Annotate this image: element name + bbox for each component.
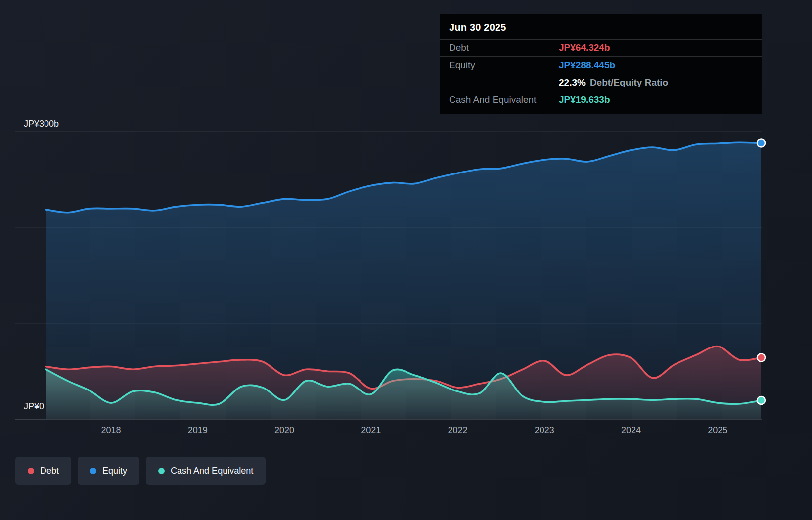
- legend: DebtEquityCash And Equivalent: [15, 457, 266, 485]
- tooltip-ratio-row: 22.3% Debt/Equity Ratio: [440, 74, 762, 91]
- tooltip-date: Jun 30 2025: [440, 14, 762, 39]
- tooltip-debt-row: Debt JP¥64.324b: [440, 39, 762, 56]
- tooltip-ratio-value: 22.3%: [559, 77, 586, 88]
- legend-label-equity: Equity: [102, 466, 127, 476]
- equity-end-marker[interactable]: [757, 139, 765, 147]
- tooltip-cash-label: Cash And Equivalent: [449, 94, 559, 105]
- legend-label-cash: Cash And Equivalent: [171, 466, 253, 476]
- tooltip-cash-value: JP¥19.633b: [559, 94, 610, 105]
- y-axis-label-max: JP¥300b: [24, 119, 59, 129]
- legend-item-cash[interactable]: Cash And Equivalent: [146, 457, 266, 485]
- tooltip-cash-row: Cash And Equivalent JP¥19.633b: [440, 91, 762, 108]
- debt-equity-chart-page: JP¥300b JP¥0 201820192020202120222023202…: [0, 0, 812, 520]
- legend-label-debt: Debt: [40, 466, 59, 476]
- tooltip-equity-value: JP¥288.445b: [559, 60, 615, 71]
- legend-dot-cash: [158, 468, 165, 474]
- y-axis-label-min: JP¥0: [24, 401, 44, 412]
- tooltip-debt-value: JP¥64.324b: [559, 43, 610, 53]
- legend-item-equity[interactable]: Equity: [78, 457, 139, 485]
- legend-dot-debt: [28, 468, 34, 474]
- tooltip: Jun 30 2025 Debt JP¥64.324b Equity JP¥28…: [440, 14, 762, 114]
- debt-end-marker[interactable]: [757, 353, 765, 361]
- cash-end-marker[interactable]: [757, 396, 765, 404]
- tooltip-equity-row: Equity JP¥288.445b: [440, 56, 762, 74]
- tooltip-ratio-label: Debt/Equity Ratio: [590, 77, 668, 88]
- legend-item-debt[interactable]: Debt: [15, 457, 71, 485]
- tooltip-debt-label: Debt: [449, 43, 559, 53]
- legend-dot-equity: [90, 468, 96, 474]
- tooltip-equity-label: Equity: [449, 60, 559, 71]
